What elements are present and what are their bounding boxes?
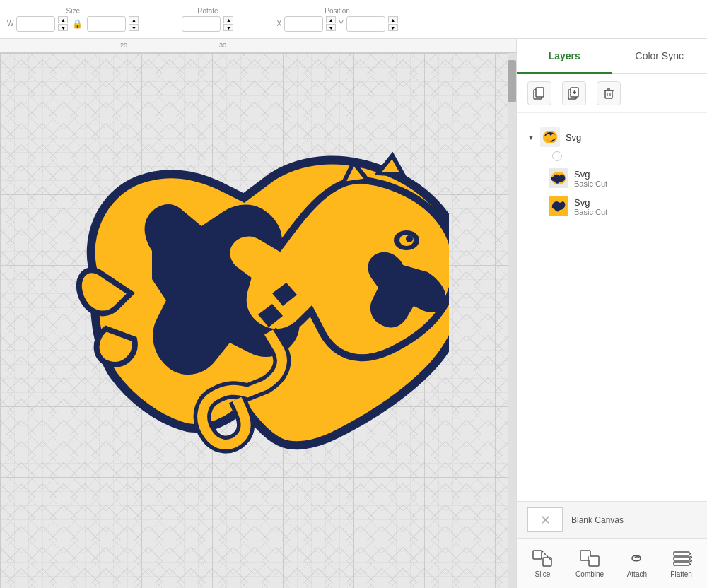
x-up[interactable]: ▲ — [326, 16, 336, 23]
x-stepper[interactable]: ▲ ▼ — [326, 16, 336, 31]
svg-rect-4 — [536, 88, 544, 97]
y-stepper[interactable]: ▲ ▼ — [388, 16, 398, 31]
svg-rect-26 — [674, 562, 689, 565]
width-input[interactable] — [16, 16, 55, 32]
grid-canvas[interactable] — [0, 53, 508, 588]
blank-canvas-x-icon: ✕ — [540, 512, 551, 528]
x-input[interactable] — [284, 16, 323, 32]
layer-group-root: ▼ Svg — [517, 120, 707, 225]
y-down[interactable]: ▼ — [388, 24, 398, 31]
toolbar: Size W ▲ ▼ 🔒 ▲ ▼ Rotate ▲ ▼ — [0, 0, 707, 39]
size-group: Size W ▲ ▼ 🔒 ▲ ▼ — [7, 7, 139, 32]
scrollbar-thumb[interactable] — [508, 60, 516, 102]
divider-2 — [255, 7, 255, 32]
slice-icon — [531, 548, 554, 568]
x-label: X — [276, 20, 281, 28]
layer-item-thumbnail-1 — [549, 196, 568, 216]
rotate-input[interactable] — [182, 16, 221, 32]
flatten-button[interactable]: Flatten — [665, 546, 699, 581]
layer-item-name-1: Svg — [574, 197, 607, 208]
ruler-mark-20: 20 — [120, 42, 127, 49]
rotate-inputs: ▲ ▼ — [182, 16, 233, 32]
svg-rect-23 — [589, 551, 590, 556]
layer-group-icon — [540, 127, 560, 147]
size-inputs: W ▲ ▼ 🔒 ▲ ▼ — [7, 16, 139, 32]
layer-indicator-row — [527, 150, 696, 164]
svg-rect-25 — [674, 557, 689, 560]
w-label: W — [7, 20, 13, 28]
attach-button[interactable]: Attach — [620, 546, 654, 581]
panel-toolbar — [517, 74, 707, 113]
y-input[interactable] — [346, 16, 385, 32]
bottom-actions: Slice Combine — [517, 538, 707, 588]
add-layer-button[interactable] — [562, 81, 586, 105]
ruler-marks: 20 30 — [0, 39, 516, 52]
delete-layer-button[interactable] — [597, 81, 621, 105]
size-label: Size — [66, 7, 80, 15]
blank-canvas-bar: ✕ Blank Canvas — [517, 501, 707, 538]
layer-item-icon-0 — [549, 168, 568, 188]
svg-rect-21 — [589, 556, 599, 566]
lock-icon: 🔒 — [72, 19, 83, 29]
layer-item-info-1: Svg Basic Cut — [574, 197, 607, 216]
rotate-label: Rotate — [197, 7, 218, 15]
layer-group-header[interactable]: ▼ Svg — [527, 124, 696, 150]
grid-background — [0, 53, 508, 588]
delete-layer-icon — [602, 86, 616, 100]
svg-rect-24 — [674, 552, 689, 555]
height-up[interactable]: ▲ — [129, 16, 139, 23]
blank-canvas-label: Blank Canvas — [571, 515, 624, 525]
position-inputs: X ▲ ▼ Y ▲ ▼ — [276, 16, 397, 32]
rotate-up[interactable]: ▲ — [223, 16, 233, 23]
attach-label: Attach — [627, 570, 647, 578]
main-content: 20 30 — [0, 39, 707, 588]
layer-item-thumbnail-0 — [549, 168, 568, 188]
tab-layers[interactable]: Layers — [517, 39, 612, 74]
canvas-area[interactable]: 20 30 — [0, 39, 516, 588]
rotate-stepper[interactable]: ▲ ▼ — [223, 16, 233, 31]
slice-button[interactable]: Slice — [525, 546, 559, 581]
svg-rect-22 — [589, 556, 590, 560]
layer-item-info-0: Svg Basic Cut — [574, 169, 607, 188]
height-stepper[interactable]: ▲ ▼ — [129, 16, 139, 31]
position-label: Position — [325, 7, 350, 15]
combine-button[interactable]: Combine — [570, 546, 609, 581]
layer-visibility-indicator[interactable] — [552, 151, 562, 161]
combine-svg-icon — [579, 549, 600, 568]
chevron-down-icon: ▼ — [527, 134, 534, 141]
duplicate-icon — [532, 86, 547, 100]
slice-label: Slice — [535, 570, 551, 578]
height-input[interactable] — [87, 16, 126, 32]
logo-container[interactable] — [39, 110, 449, 463]
divider-1 — [160, 7, 160, 32]
layer-item-0[interactable]: Svg Basic Cut — [549, 164, 696, 192]
y-label: Y — [339, 20, 344, 28]
layer-item-1[interactable]: Svg Basic Cut — [549, 192, 696, 220]
flatten-label: Flatten — [670, 570, 692, 578]
ruler-mark-30: 30 — [219, 42, 226, 49]
flatten-svg-icon — [671, 549, 692, 568]
combine-label: Combine — [575, 570, 604, 578]
attach-icon — [626, 548, 648, 568]
position-group: Position X ▲ ▼ Y ▲ ▼ — [276, 7, 397, 32]
right-panel: Layers Color Sync — [516, 39, 707, 588]
duplicate-button[interactable] — [527, 81, 551, 105]
layer-thumbnail-svg — [540, 127, 560, 147]
combine-icon — [578, 548, 601, 568]
x-down[interactable]: ▼ — [326, 24, 336, 31]
rotate-down[interactable]: ▼ — [223, 24, 233, 31]
y-up[interactable]: ▲ — [388, 16, 398, 23]
layers-list: ▼ Svg — [517, 113, 707, 501]
rotate-group: Rotate ▲ ▼ — [182, 7, 233, 32]
width-down[interactable]: ▼ — [58, 24, 68, 31]
ruler-horizontal: 20 30 — [0, 39, 516, 53]
attach-svg-icon — [626, 549, 648, 568]
panel-tabs: Layers Color Sync — [517, 39, 707, 74]
tab-color-sync[interactable]: Color Sync — [612, 39, 708, 74]
width-up[interactable]: ▲ — [58, 16, 68, 23]
width-stepper[interactable]: ▲ ▼ — [58, 16, 68, 31]
scrollbar-vertical[interactable] — [508, 53, 516, 588]
height-down[interactable]: ▼ — [129, 24, 139, 31]
layer-root-name: Svg — [566, 132, 581, 143]
layer-item-sub-1: Basic Cut — [574, 208, 607, 216]
